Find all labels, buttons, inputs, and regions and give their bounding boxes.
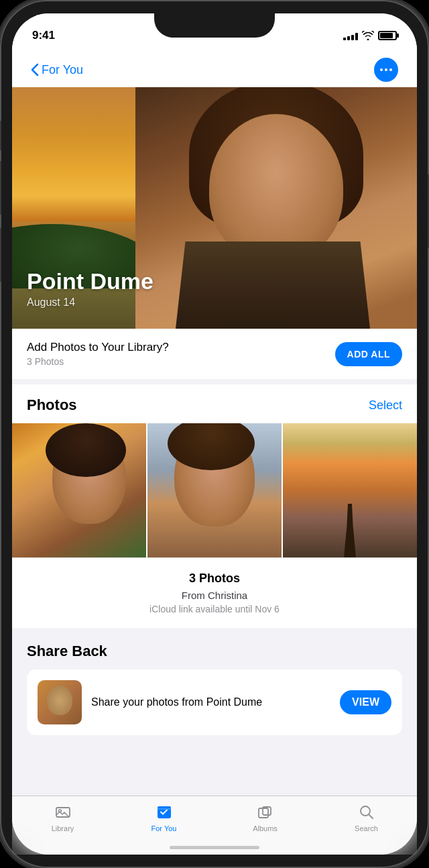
add-photos-title: Add Photos to Your Library? xyxy=(27,341,169,354)
tab-search[interactable]: Search xyxy=(343,803,390,832)
hero-text: Point Dume August 14 xyxy=(27,269,154,309)
view-button[interactable]: VIEW xyxy=(340,690,391,714)
avatar-face xyxy=(47,686,72,715)
hero-date: August 14 xyxy=(27,296,154,309)
tab-for-you[interactable]: For You xyxy=(141,803,188,832)
photo-thumb-3[interactable] xyxy=(283,423,417,557)
share-back-section: Share Back Share your photos from Point … xyxy=(12,628,417,745)
albums-icon xyxy=(256,803,275,822)
share-back-avatar xyxy=(38,680,82,724)
more-button[interactable] xyxy=(374,58,398,82)
signal-bar-4 xyxy=(355,33,358,40)
library-icon xyxy=(54,803,72,822)
info-section: 3 Photos From Christina iCloud link avai… xyxy=(12,557,417,628)
info-count: 3 Photos xyxy=(27,572,402,586)
add-all-button[interactable]: ADD ALL xyxy=(335,342,402,366)
scroll-content[interactable]: For You xyxy=(12,48,417,796)
search-icon xyxy=(357,803,376,822)
add-photos-subtitle: 3 Photos xyxy=(27,356,169,367)
home-indicator xyxy=(170,846,259,849)
chevron-left-icon xyxy=(31,63,39,76)
status-icons xyxy=(343,31,397,40)
phone-screen: 9:41 xyxy=(12,13,417,855)
share-back-card: Share your photos from Point Dume VIEW xyxy=(27,669,402,735)
photos-section: Photos Select xyxy=(12,384,417,557)
more-dot-1 xyxy=(380,68,383,71)
nav-bar: For You xyxy=(12,48,417,87)
tab-albums-label: Albums xyxy=(253,824,278,832)
info-link: iCloud link available until Nov 6 xyxy=(27,604,402,614)
tab-library[interactable]: Library xyxy=(40,803,86,832)
back-label: For You xyxy=(42,63,83,77)
notch xyxy=(154,13,275,38)
svg-rect-5 xyxy=(259,808,268,818)
signal-icon xyxy=(343,31,358,40)
tab-albums[interactable]: Albums xyxy=(242,803,289,832)
status-time: 9:41 xyxy=(32,29,55,42)
photo-grid xyxy=(12,423,417,557)
hero-image[interactable]: Point Dume August 14 xyxy=(12,87,417,329)
tab-for-you-label: For You xyxy=(151,824,177,832)
signal-bar-2 xyxy=(347,36,350,40)
back-button[interactable]: For You xyxy=(31,63,83,77)
add-photos-text: Add Photos to Your Library? 3 Photos xyxy=(27,341,169,367)
hero-title: Point Dume xyxy=(27,269,154,294)
photos-header: Photos Select xyxy=(27,396,402,414)
mute-button[interactable] xyxy=(0,228,1,282)
for-you-icon xyxy=(155,803,174,822)
share-back-label: Share Back xyxy=(27,643,402,660)
add-photos-banner: Add Photos to Your Library? 3 Photos ADD… xyxy=(12,329,417,379)
info-from: From Christina xyxy=(27,590,402,601)
battery-fill xyxy=(380,33,393,38)
more-dot-2 xyxy=(385,68,387,71)
photo-thumb-1[interactable] xyxy=(12,423,146,557)
volume-down-button[interactable] xyxy=(0,161,1,215)
photos-label: Photos xyxy=(27,396,77,414)
photo-thumb-2[interactable] xyxy=(147,423,282,557)
wifi-icon xyxy=(362,31,374,40)
share-back-description: Share your photos from Point Dume xyxy=(91,696,330,710)
volume-up-button[interactable] xyxy=(0,121,1,150)
signal-bar-1 xyxy=(343,38,346,40)
phone-frame: 9:41 xyxy=(0,0,429,868)
signal-bar-3 xyxy=(351,35,354,40)
more-dot-3 xyxy=(389,68,392,71)
battery-icon xyxy=(378,31,397,40)
select-button[interactable]: Select xyxy=(369,398,402,413)
tab-library-label: Library xyxy=(52,824,74,832)
tab-search-label: Search xyxy=(355,824,378,832)
